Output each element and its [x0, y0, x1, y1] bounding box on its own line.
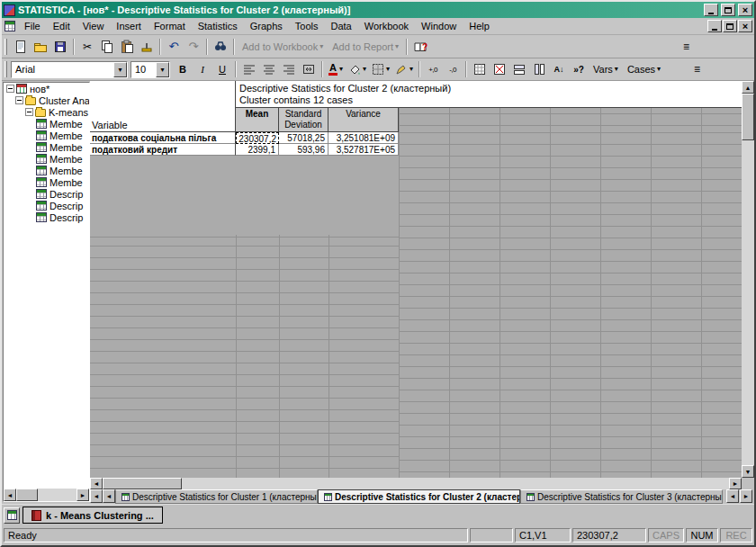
sheet-tab[interactable]: Descriptive Statistics for Cluster 1 (кл… — [115, 489, 318, 504]
menu-item[interactable]: File — [18, 19, 47, 33]
cases-button[interactable]: Cases▾ — [623, 59, 665, 79]
fill-color-button[interactable]: ▾ — [346, 59, 369, 79]
paste-button[interactable] — [117, 37, 137, 57]
tree-item[interactable]: Membe — [4, 153, 89, 165]
mdi-restore-button[interactable] — [723, 20, 737, 32]
align-left-button[interactable] — [239, 59, 259, 79]
sort-button[interactable]: A↓ — [549, 59, 569, 79]
cut-button[interactable]: ✂ — [77, 37, 97, 57]
increase-decimals-button[interactable]: +,0 — [423, 59, 443, 79]
tree-expander-icon[interactable] — [15, 96, 23, 104]
font-name-select[interactable]: Arial ▾ — [11, 61, 128, 78]
scroll-left-button[interactable]: ◄ — [90, 478, 103, 489]
tree-horizontal-scrollbar[interactable]: ◄ ► — [4, 489, 89, 501]
font-color-button[interactable]: A▾ — [326, 59, 346, 79]
tree-expander-icon[interactable] — [6, 85, 14, 93]
scrollbar-thumb[interactable] — [742, 94, 754, 140]
find-button[interactable] — [211, 37, 230, 57]
sheet-tab[interactable]: Descriptive Statistics for Cluster 2 (кл… — [318, 489, 520, 504]
tree-item[interactable]: Cluster Analy — [4, 94, 89, 106]
cell-mean-2[interactable]: 2399,1 — [236, 144, 279, 156]
tree-item[interactable]: Membe — [4, 165, 89, 176]
add-to-workbook-button[interactable]: Add to Workbook▾ — [238, 37, 328, 57]
tree-item[interactable]: Descrip — [4, 200, 89, 211]
tree-item[interactable]: K-means c — [4, 106, 89, 118]
toolbar-grip[interactable] — [4, 61, 7, 77]
workbook-tab[interactable]: k - Means Clustering ... — [22, 507, 163, 524]
toolbar-grip[interactable] — [4, 39, 7, 55]
menu-item[interactable]: Statistics — [192, 19, 244, 33]
tree-expander-icon[interactable] — [25, 108, 33, 116]
scroll-right-button[interactable]: ► — [729, 478, 742, 489]
pattern-button[interactable]: ▾ — [392, 59, 416, 79]
row-header-variable-2[interactable]: податковий кредит — [90, 144, 236, 156]
undo-button[interactable]: ↶ — [164, 37, 184, 57]
scroll-left-button[interactable]: ◄ — [4, 489, 16, 501]
tree-item[interactable]: Membe — [4, 141, 89, 153]
horizontal-scrollbar[interactable]: ◄ ► — [90, 478, 742, 489]
vars-button[interactable]: Vars▾ — [589, 59, 623, 79]
copy-button[interactable] — [97, 37, 117, 57]
toolbar-overflow-icon[interactable]: ≡ — [694, 63, 700, 76]
column-header-std-deviation[interactable]: Standard Deviation — [279, 108, 328, 132]
insert-cells-button[interactable] — [470, 59, 490, 79]
cell-std-1[interactable]: 57018,25 — [279, 132, 328, 144]
scrollbar-thumb[interactable] — [16, 489, 38, 501]
mdi-minimize-button[interactable] — [707, 20, 722, 32]
move-columns-button[interactable] — [529, 59, 549, 79]
menu-item[interactable]: Graphs — [244, 19, 289, 33]
menu-item[interactable]: Help — [463, 19, 496, 33]
tree-item[interactable]: Membe — [4, 176, 89, 188]
tab-scroll-next-button[interactable]: ◄ — [726, 489, 739, 503]
corner-header-cell[interactable]: Variable — [90, 81, 236, 132]
tab-scroll-first-button[interactable]: ◄ — [90, 489, 103, 503]
tree-item[interactable]: нов* — [4, 83, 89, 94]
menu-item[interactable]: Edit — [47, 19, 76, 33]
scroll-up-button[interactable]: ▲ — [742, 81, 754, 94]
redo-button[interactable]: ↷ — [184, 37, 203, 57]
menu-item[interactable]: Window — [415, 19, 463, 33]
decrease-decimals-button[interactable]: -,0 — [443, 59, 463, 79]
delete-cells-button[interactable] — [490, 59, 509, 79]
tree-item[interactable]: Membe — [4, 118, 89, 130]
format-painter-button[interactable] — [137, 37, 157, 57]
move-rows-button[interactable] — [509, 59, 529, 79]
tab-scroll-last-button[interactable]: ► — [740, 489, 752, 503]
chevron-down-icon[interactable]: ▾ — [113, 62, 127, 77]
save-button[interactable] — [50, 37, 70, 57]
title-bar[interactable]: STATISTICA - [нов* - Descriptive Statist… — [2, 2, 754, 18]
cell-variance-1[interactable]: 3,251081E+09 — [328, 132, 399, 144]
tree-item[interactable]: Descrip — [4, 188, 89, 200]
help-button[interactable]: ? — [410, 37, 430, 57]
app-icon[interactable] — [4, 4, 15, 16]
close-button[interactable]: × — [738, 4, 752, 16]
bold-button[interactable]: B — [173, 59, 193, 79]
workbook-selector-button[interactable] — [4, 507, 20, 524]
scrollbar-thumb[interactable] — [103, 478, 182, 489]
menu-item[interactable]: View — [76, 19, 111, 33]
sheet-tab[interactable]: Descriptive Statistics for Cluster 3 (кл… — [520, 489, 723, 504]
menu-item[interactable]: Tools — [289, 19, 325, 33]
empty-grid-area[interactable] — [90, 235, 399, 478]
menu-item[interactable]: Format — [148, 19, 192, 33]
minimize-button[interactable] — [704, 4, 718, 16]
toolbar-overflow-icon[interactable]: ≡ — [683, 40, 689, 53]
italic-button[interactable]: I — [193, 59, 212, 79]
menu-item[interactable]: Workbook — [358, 19, 415, 33]
borders-button[interactable]: ▾ — [369, 59, 392, 79]
scroll-down-button[interactable]: ▼ — [742, 465, 754, 478]
document-system-icon[interactable] — [4, 21, 15, 31]
merge-cells-button[interactable] — [299, 59, 319, 79]
column-header-variance[interactable]: Variance — [328, 108, 399, 132]
tree-item[interactable]: Descrip — [4, 211, 89, 223]
align-center-button[interactable] — [259, 59, 279, 79]
row-header-variable-1[interactable]: податкова соціальна пільга — [90, 132, 236, 144]
cell-std-2[interactable]: 593,96 — [279, 144, 328, 156]
cell-mean-1-selected[interactable]: 230307,2 — [236, 132, 279, 144]
maximize-button[interactable] — [721, 4, 735, 16]
cell-variance-2[interactable]: 3,527817E+05 — [328, 144, 399, 156]
open-button[interactable] — [31, 37, 50, 57]
menu-item[interactable]: Insert — [110, 19, 148, 33]
menu-item[interactable]: Data — [325, 19, 358, 33]
align-right-button[interactable] — [279, 59, 299, 79]
